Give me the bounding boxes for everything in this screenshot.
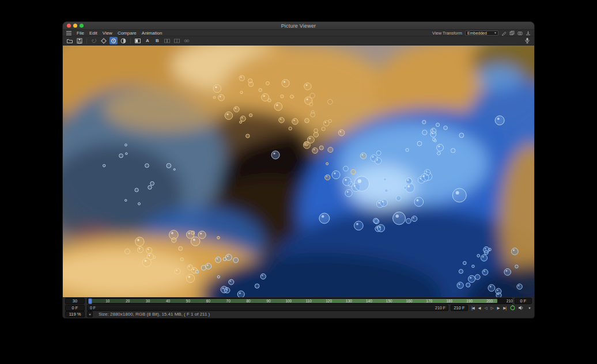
camera-icon[interactable] [517, 31, 523, 36]
timeline-tick: 150 [386, 298, 392, 304]
compare-side-by-side-icon[interactable] [163, 37, 171, 44]
compare-split-icon[interactable] [173, 37, 181, 44]
timeline-tick: 130 [346, 298, 352, 304]
timeline-tick: 200 [486, 298, 493, 304]
timeline-tick: 110 [306, 298, 312, 304]
menubar: FileEditViewCompareAnimation View Transf… [63, 30, 534, 36]
zoom-dropdown-button[interactable]: ▾ [87, 311, 93, 317]
traffic-lights [63, 24, 84, 28]
target-icon[interactable] [100, 37, 108, 44]
step-forward-button[interactable]: ▶ [496, 305, 501, 311]
timeline-tick: 70 [226, 298, 231, 304]
caret-down-icon: ▾ [494, 31, 496, 35]
timeline-tick: 210 [507, 298, 513, 304]
loop-playback-icon[interactable] [509, 305, 516, 311]
zoom-button[interactable] [80, 24, 84, 28]
view-transform-label: View Transform [432, 31, 462, 36]
transport-controls: |◀◀◁▷▶▶| [470, 305, 507, 311]
play-reverse-button[interactable]: ◁ [483, 305, 488, 311]
channels-icon[interactable] [134, 37, 142, 44]
fps-field[interactable]: 30 [65, 298, 85, 304]
timeline-tick: 90 [266, 298, 270, 304]
render-canvas[interactable] [63, 46, 534, 297]
toolbar-separator [86, 38, 87, 44]
playback-options-caret-icon[interactable]: ▾ [527, 305, 532, 311]
menu-items: FileEditViewCompareAnimation [77, 30, 162, 36]
range-end-label: 210 F [435, 306, 445, 310]
compare-b-button[interactable]: B [153, 37, 161, 44]
speaker-icon[interactable] [518, 305, 524, 311]
timeline-tick: 60 [206, 298, 210, 304]
edit-icon[interactable] [501, 31, 507, 36]
history-back-icon[interactable] [90, 37, 98, 44]
image-info-text: Size: 2880x1800, RGB (8 Bit), 15.41 MB, … [99, 312, 210, 317]
range-row: 0 F 0 F 210 F 210 F |◀◀◁▷▶▶| ▾ [63, 305, 534, 311]
timeline-tick: 80 [246, 298, 250, 304]
fluid-blobs [63, 46, 534, 297]
menu-item-edit[interactable]: Edit [89, 30, 97, 36]
menu-item-view[interactable]: View [103, 30, 112, 36]
current-frame-marker[interactable] [88, 298, 92, 304]
compare-a-button[interactable]: A [143, 37, 152, 44]
link-icon[interactable] [183, 37, 191, 44]
timeline-tick: 140 [366, 298, 372, 304]
timeline-tick: 20 [126, 298, 130, 304]
timeline-tick: 120 [326, 298, 332, 304]
timeline-tick: 30 [146, 298, 150, 304]
toolbar: A B [63, 36, 534, 46]
status-row: 119 % ▾ Size: 2880x1800, RGB (8 Bit), 15… [63, 311, 534, 317]
close-button[interactable] [67, 24, 71, 28]
step-back-button[interactable]: ◀ [477, 305, 482, 311]
minimize-button[interactable] [73, 24, 77, 28]
timeline-panel: 30 1020304050607080901001101201301401501… [63, 297, 534, 318]
view-transform-select[interactable]: Embedded ▾ [465, 31, 498, 36]
window-title: Picture Viewer [63, 23, 534, 29]
play-button[interactable]: ▷ [489, 305, 494, 311]
timeline-tick: 190 [466, 298, 473, 304]
picture-viewer-window: Picture Viewer FileEditViewCompareAnimat… [62, 21, 535, 318]
microphone-icon[interactable] [523, 37, 531, 44]
render-image [63, 46, 534, 297]
view-transform-value: Embedded [467, 31, 487, 35]
navigation-mode-button[interactable] [109, 37, 118, 44]
contrast-icon[interactable] [119, 37, 127, 44]
timeline-tick: 170 [426, 298, 433, 304]
timeline-tick: 50 [186, 298, 190, 304]
goto-end-button[interactable]: ▶| [502, 305, 507, 311]
timeline-tick: 100 [285, 298, 292, 304]
timeline-tick: 10 [105, 298, 109, 304]
hamburger-menu-icon[interactable] [66, 31, 71, 35]
timeline-row: 30 1020304050607080901001101201301401501… [63, 298, 534, 304]
timeline-track[interactable]: 1020304050607080901001101201301401501601… [87, 298, 512, 304]
range-start-field[interactable]: 0 F [65, 305, 85, 311]
menu-item-animation[interactable]: Animation [142, 30, 163, 36]
copy-icon[interactable] [509, 31, 515, 36]
open-folder-button[interactable] [66, 37, 74, 44]
menubar-right: View Transform Embedded ▾ [432, 31, 531, 36]
desktop-background: Picture Viewer FileEditViewCompareAnimat… [0, 0, 597, 364]
timeline-tick: 160 [406, 298, 413, 304]
titlebar[interactable]: Picture Viewer [63, 22, 534, 30]
toolbar-separator [130, 38, 131, 44]
range-end-field[interactable]: 210 F [451, 305, 468, 311]
range-start-label: 0 F [90, 306, 96, 310]
preview-range-bar[interactable]: 0 F 210 F [87, 305, 448, 311]
menu-item-file[interactable]: File [77, 30, 84, 36]
menu-item-compare[interactable]: Compare [118, 30, 137, 36]
zoom-level-field[interactable]: 119 % [65, 311, 85, 317]
goto-start-button[interactable]: |◀ [470, 305, 475, 311]
timeline-tick: 180 [446, 298, 452, 304]
timeline-tick: 40 [166, 298, 170, 304]
save-button[interactable] [75, 37, 84, 44]
timeline-right-field[interactable]: 0 F [515, 298, 532, 304]
download-icon[interactable] [526, 31, 531, 36]
